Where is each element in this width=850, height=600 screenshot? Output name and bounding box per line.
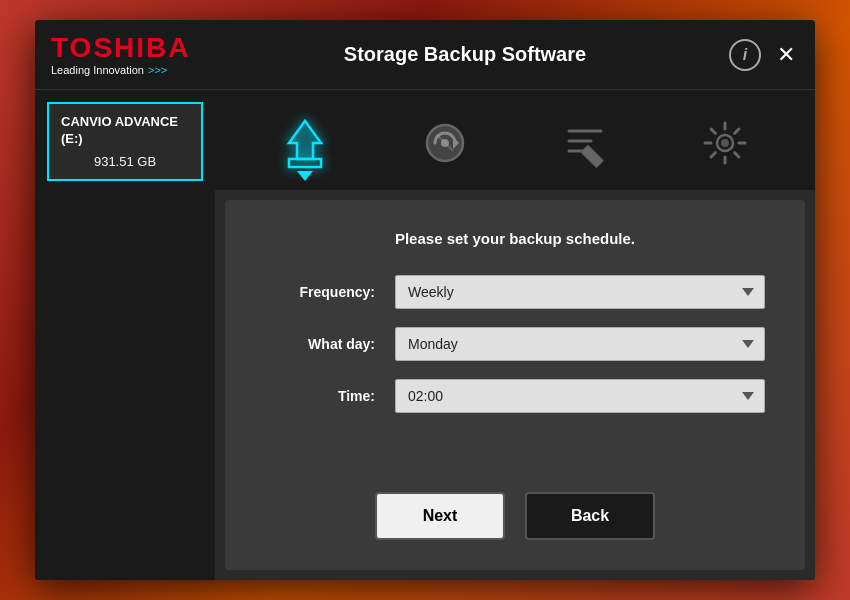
svg-point-12 bbox=[721, 139, 729, 147]
svg-marker-2 bbox=[291, 123, 319, 158]
restore-nav-icon[interactable] bbox=[415, 113, 475, 173]
time-row: Time: 02:00 00:00 01:00 03:00 04:00 05:0… bbox=[265, 379, 765, 413]
day-label: What day: bbox=[265, 336, 395, 352]
time-label: Time: bbox=[265, 388, 395, 404]
backup-nav-icon[interactable] bbox=[275, 113, 335, 173]
day-row: What day: Monday Sunday Tuesday Wednesda… bbox=[265, 327, 765, 361]
settings-nav-icon[interactable] bbox=[695, 113, 755, 173]
brand-name: TOSHIBA bbox=[51, 34, 231, 62]
schedule-nav-icon[interactable] bbox=[555, 113, 615, 173]
next-button[interactable]: Next bbox=[375, 492, 505, 540]
tagline-arrows: >>> bbox=[148, 64, 167, 76]
sidebar: CANVIO ADVANCE (E:) 931.51 GB bbox=[35, 90, 215, 580]
window-title: Storage Backup Software bbox=[231, 43, 699, 66]
info-button[interactable]: i bbox=[729, 39, 761, 71]
drive-name: CANVIO ADVANCE (E:) bbox=[61, 114, 189, 148]
drive-size: 931.51 GB bbox=[61, 154, 189, 169]
tagline-text: Leading Innovation bbox=[51, 64, 144, 76]
frequency-row: Frequency: Weekly Daily Monthly bbox=[265, 275, 765, 309]
day-select[interactable]: Monday Sunday Tuesday Wednesday Thursday… bbox=[395, 327, 765, 361]
form-title: Please set your backup schedule. bbox=[265, 230, 765, 247]
title-actions: i ✕ bbox=[699, 39, 799, 71]
main-panel: Please set your backup schedule. Frequen… bbox=[215, 90, 815, 580]
time-select[interactable]: 02:00 00:00 01:00 03:00 04:00 05:00 06:0… bbox=[395, 379, 765, 413]
frequency-select[interactable]: Weekly Daily Monthly bbox=[395, 275, 765, 309]
main-window: TOSHIBA Leading Innovation >>> Storage B… bbox=[35, 20, 815, 580]
active-indicator bbox=[297, 171, 313, 181]
back-button[interactable]: Back bbox=[525, 492, 655, 540]
icon-nav bbox=[215, 90, 815, 190]
drive-item[interactable]: CANVIO ADVANCE (E:) 931.51 GB bbox=[47, 102, 203, 181]
svg-rect-9 bbox=[581, 145, 604, 168]
frequency-label: Frequency: bbox=[265, 284, 395, 300]
title-bar: TOSHIBA Leading Innovation >>> Storage B… bbox=[35, 20, 815, 90]
close-button[interactable]: ✕ bbox=[773, 40, 799, 70]
content-area: CANVIO ADVANCE (E:) 931.51 GB bbox=[35, 90, 815, 580]
logo-section: TOSHIBA Leading Innovation >>> bbox=[51, 34, 231, 76]
tagline: Leading Innovation >>> bbox=[51, 64, 231, 76]
form-panel: Please set your backup schedule. Frequen… bbox=[225, 200, 805, 570]
button-row: Next Back bbox=[265, 472, 765, 540]
svg-rect-1 bbox=[289, 159, 321, 167]
